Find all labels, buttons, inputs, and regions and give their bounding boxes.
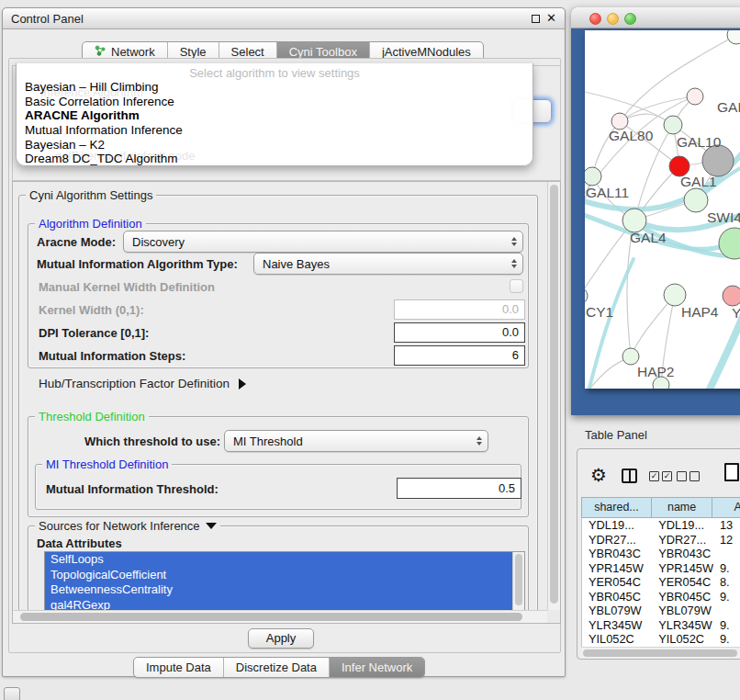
- tab-infer-network[interactable]: Infer Network: [330, 658, 424, 677]
- network-edge-thick[interactable]: [588, 259, 633, 389]
- tab-label: jActiveMNodules: [382, 45, 471, 59]
- table-row[interactable]: YLR345WYLR345W9.: [582, 618, 740, 633]
- table-cell: [713, 604, 740, 618]
- network-edge-thick[interactable]: [707, 314, 740, 389]
- algorithm-item-mutual-information-inference[interactable]: Mutual Information Inference: [25, 123, 524, 138]
- tab-label: Discretize Data: [236, 660, 317, 674]
- scrollbar-thumb[interactable]: [515, 554, 522, 605]
- network-node[interactable]: [664, 284, 686, 306]
- document-icon[interactable]: [724, 463, 739, 481]
- tab-impute-data[interactable]: Impute Data: [134, 658, 224, 677]
- column-header-shared[interactable]: shared...: [582, 498, 652, 517]
- table-cell: YDR27...: [582, 533, 652, 548]
- network-edge[interactable]: [620, 96, 695, 121]
- ghost-text: Inference Algorithm: [40, 85, 143, 99]
- table-row[interactable]: YPR145WYPR145W9.: [582, 561, 740, 576]
- network-node[interactable]: [727, 30, 740, 44]
- tab-discretize-data[interactable]: Discretize Data: [224, 658, 330, 677]
- scrollbar-thumb[interactable]: [583, 649, 737, 657]
- mi-threshold-label: Mutual Information Threshold:: [46, 482, 219, 496]
- mi-steps-label: Mutual Information Steps:: [39, 349, 185, 363]
- tab-label: Infer Network: [342, 660, 412, 674]
- table-cell: 9.: [713, 618, 740, 633]
- data-attributes-list[interactable]: SelfLoopsTopologicalCoefficientBetweenne…: [44, 551, 525, 613]
- table-row[interactable]: YBR043CYBR043C: [582, 547, 740, 561]
- aracne-mode-value: Discovery: [132, 235, 185, 249]
- minimize-traffic-light-icon[interactable]: [607, 13, 619, 25]
- network-node[interactable]: [664, 116, 682, 134]
- mi-type-value: Naive Bayes: [263, 257, 330, 271]
- network-edge[interactable]: [585, 92, 673, 125]
- manual-kernel-checkbox[interactable]: [510, 279, 523, 293]
- table-cell: YBR043C: [582, 547, 652, 561]
- settings-vertical-scrollbar[interactable]: [547, 182, 560, 610]
- tab-label: Select: [231, 45, 264, 59]
- float-window-icon[interactable]: [532, 15, 540, 23]
- which-threshold-combo[interactable]: MI Threshold: [224, 430, 488, 452]
- table-cell: YBR045C: [652, 590, 713, 604]
- tab-label: Style: [180, 45, 207, 59]
- columns-icon[interactable]: [622, 469, 637, 483]
- close-icon[interactable]: ✕: [546, 11, 556, 25]
- network-node[interactable]: [684, 188, 708, 212]
- apply-button[interactable]: Apply: [248, 628, 314, 649]
- network-node[interactable]: [702, 145, 734, 176]
- dpi-tolerance-field[interactable]: 0.0: [394, 322, 525, 343]
- table-cell: YBL079W: [582, 604, 652, 618]
- scrollbar-thumb[interactable]: [550, 185, 558, 604]
- node-label-hap2: HAP2: [637, 364, 675, 379]
- attribute-topologicalcoefficient[interactable]: TopologicalCoefficient: [45, 568, 512, 583]
- node-table: shared...nameA YDL19...YDL19...13YDR27..…: [581, 497, 740, 647]
- network-node[interactable]: [585, 167, 601, 186]
- kernel-width-label: Kernel Width (0,1):: [39, 303, 144, 317]
- kernel-width-field[interactable]: 0.0: [394, 299, 525, 320]
- table-row[interactable]: YIL052CYIL052C9.: [582, 632, 740, 647]
- mi-type-combo[interactable]: Naive Bayes: [253, 253, 523, 275]
- column-header-a[interactable]: A: [712, 498, 740, 517]
- network-canvas[interactable]: GALGAL80GAL10GAL1GAL11SWI4GAL4GCY1HAP4YH…: [585, 30, 740, 389]
- combo-arrows-icon: [511, 259, 517, 268]
- settings-horizontal-scrollbar[interactable]: [13, 610, 547, 623]
- network-window-titlebar[interactable]: [571, 7, 740, 28]
- table-row[interactable]: YBL079WYBL079W: [582, 604, 740, 618]
- hub-definition-toggle[interactable]: Hub/Transcription Factor Definition: [39, 377, 246, 390]
- aracne-mode-combo[interactable]: Discovery: [123, 231, 523, 253]
- network-node[interactable]: [622, 348, 639, 365]
- table-row[interactable]: YDL19...YDL19...13: [582, 518, 740, 533]
- screen: Control Panel ✕ NetworkStyleSelectCyni T…: [0, 0, 740, 700]
- close-traffic-light-icon[interactable]: [589, 13, 601, 25]
- mi-type-label: Mutual Information Algorithm Type:: [37, 257, 238, 271]
- checked-boxes-icon[interactable]: ✓✓: [649, 471, 672, 481]
- table-cell: YDL19...: [582, 518, 652, 533]
- network-node[interactable]: [687, 88, 703, 105]
- table-row[interactable]: YBR045CYBR045C9.: [582, 590, 740, 604]
- mi-threshold-field[interactable]: 0.5: [397, 478, 521, 499]
- column-header-name[interactable]: name: [652, 498, 712, 517]
- scrollbar-thumb[interactable]: [20, 613, 522, 621]
- control-panel-titlebar[interactable]: Control Panel ✕: [3, 8, 565, 29]
- table-horizontal-scrollbar[interactable]: [581, 647, 740, 659]
- attribute-selfloops[interactable]: SelfLoops: [45, 552, 512, 568]
- table-cell: YIL052C: [652, 632, 713, 647]
- zoom-traffic-light-icon[interactable]: [624, 13, 636, 25]
- collapse-down-icon[interactable]: [206, 523, 217, 529]
- algorithm-item-aracne-algorithm[interactable]: ARACNE Algorithm: [25, 108, 524, 123]
- table-row[interactable]: YDR27...YDR27...12: [582, 533, 740, 548]
- minimized-panel-icon[interactable]: [4, 687, 20, 700]
- unchecked-boxes-icon[interactable]: [677, 471, 700, 481]
- node-label-hap4: HAP4: [681, 304, 719, 320]
- algorithm-popup: Select algorithm to view settings Bayesi…: [16, 63, 533, 166]
- gear-icon[interactable]: ⚙: [590, 466, 607, 484]
- expand-right-icon[interactable]: [239, 378, 246, 390]
- dpi-tolerance-label: DPI Tolerance [0,1]:: [39, 326, 149, 340]
- mi-steps-field[interactable]: 6: [394, 345, 525, 366]
- attribute-betweennesscentrality[interactable]: BetweennessCentrality: [45, 582, 512, 598]
- network-node[interactable]: [723, 286, 740, 306]
- control-panel-window: Control Panel ✕ NetworkStyleSelectCyni T…: [2, 7, 566, 677]
- network-node[interactable]: [585, 288, 588, 304]
- algorithm-definition-title: Algorithm Definition: [35, 217, 146, 231]
- table-row[interactable]: YER054CYER054C8.: [582, 575, 740, 590]
- attribute-list-scrollbar[interactable]: [512, 552, 524, 612]
- sources-title-row[interactable]: Sources for Network Inference: [35, 519, 220, 533]
- table-panel-title: Table Panel: [585, 428, 647, 442]
